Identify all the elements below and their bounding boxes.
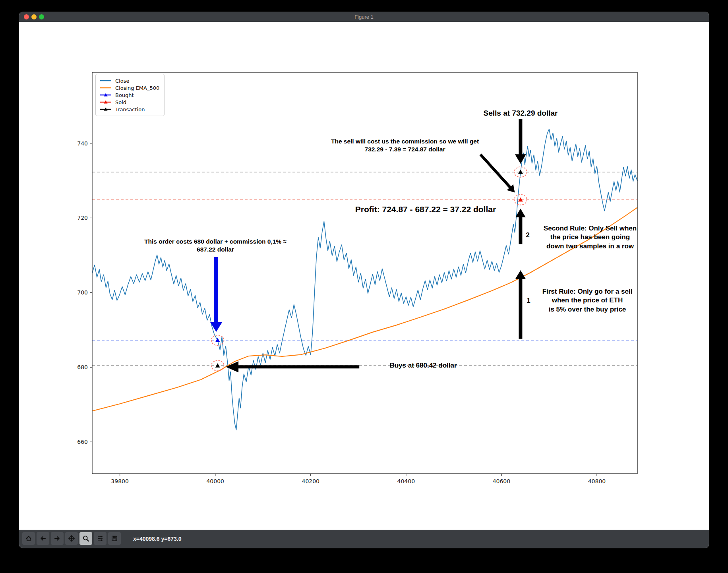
x-tick-label: 40600 — [493, 478, 511, 484]
forward-button[interactable] — [51, 532, 64, 545]
legend-sample-icon — [100, 78, 112, 83]
sells-label: Sells at 732.29 dollar — [484, 108, 558, 118]
save-icon — [111, 535, 118, 542]
legend-item-bought: Bought — [100, 91, 159, 99]
y-tick-label: 680 — [77, 364, 88, 370]
legend-label: Close — [115, 78, 129, 84]
x-tick-label: 39800 — [111, 478, 129, 484]
x-tick-label: 40000 — [206, 478, 224, 484]
home-button[interactable] — [22, 532, 35, 545]
legend-item-transaction: Transaction — [100, 106, 159, 113]
pan-icon — [68, 535, 75, 542]
pan-button[interactable] — [65, 532, 78, 545]
figure-window: Figure 1 3980040000402004040040600408006… — [19, 12, 709, 548]
legend-item-closing-ema-500: Closing EMA_500 — [100, 84, 159, 91]
legend-sample-icon — [100, 99, 112, 105]
window-title: Figure 1 — [19, 12, 709, 22]
buys-arrow — [226, 361, 359, 372]
legend-label: Sold — [115, 99, 126, 105]
title-bar[interactable]: Figure 1 — [19, 12, 709, 22]
legend-sample-icon — [100, 85, 112, 91]
y-tick-label: 700 — [77, 289, 88, 296]
cursor-coordinates: x=40098.6 y=673.0 — [133, 530, 181, 548]
forward-icon — [54, 535, 61, 542]
profit-label: Profit: 724.87 - 687.22 = 37.22 dollar — [355, 204, 496, 215]
legend-label: Closing EMA_500 — [115, 85, 159, 91]
legend-sample-icon — [100, 106, 112, 112]
commission-label: The sell will cost us the commission so … — [331, 137, 479, 154]
x-tick-label: 40800 — [588, 478, 606, 484]
buy-transaction-marker — [215, 363, 220, 368]
first-rule-number: 1 — [527, 296, 530, 305]
second-rule-label: Second Rule: Only Sell when the price ha… — [544, 224, 637, 251]
figure-canvas[interactable]: 3980040000402004040040600408006606807007… — [19, 22, 709, 530]
back-button[interactable] — [37, 532, 49, 545]
x-tick-label: 40400 — [397, 478, 415, 484]
subplots-button[interactable] — [94, 532, 106, 545]
navigation-toolbar: x=40098.6 y=673.0 — [19, 530, 709, 548]
zoom-button[interactable] — [79, 532, 92, 545]
y-tick-label: 660 — [77, 439, 88, 445]
home-icon — [25, 535, 32, 542]
legend-label: Transaction — [115, 106, 145, 112]
legend-item-sold: Sold — [100, 99, 159, 106]
x-tick-label: 40200 — [302, 478, 319, 484]
axes-frame — [92, 72, 637, 474]
legend-sample-icon — [100, 92, 112, 98]
first-rule-arrow — [515, 270, 526, 339]
order-cost-arrow — [210, 257, 222, 332]
y-tick-label: 720 — [77, 215, 88, 221]
subplots-icon — [97, 535, 104, 542]
first-rule-label: First Rule: Only go for a sell when the … — [542, 287, 633, 314]
order-cost-label: This order costs 680 dollar + commission… — [144, 238, 287, 254]
back-icon — [39, 535, 46, 542]
commission-arrow — [480, 153, 515, 192]
y-tick-label: 740 — [77, 140, 88, 147]
series-close — [92, 129, 637, 430]
buys-label: Buys at 680.42 dollar — [389, 361, 457, 370]
bought-marker — [215, 338, 220, 342]
second-rule-number: 2 — [526, 231, 529, 240]
legend: CloseClosing EMA_500BoughtSoldTransactio… — [95, 74, 165, 116]
save-button[interactable] — [108, 532, 121, 545]
legend-item-close: Close — [100, 77, 159, 84]
legend-label: Bought — [115, 92, 134, 98]
sells-arrow — [515, 119, 526, 164]
zoom-icon — [82, 535, 89, 542]
